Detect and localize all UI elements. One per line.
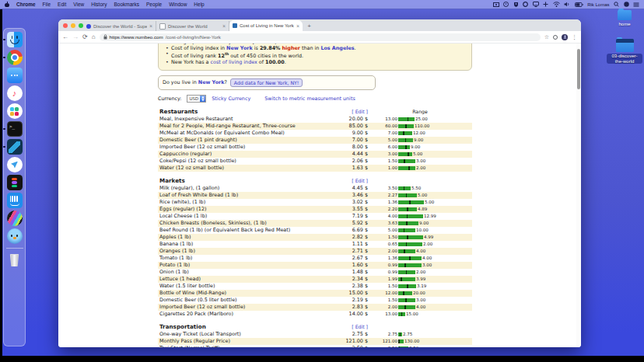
battery-icon[interactable] (575, 2, 583, 7)
volume-icon[interactable] (564, 2, 570, 7)
address-bar[interactable]: https://www.numbeo.com/cost-of-living/in… (100, 33, 541, 41)
home-button[interactable]: ⌂ (92, 34, 96, 40)
dock-item-chrome[interactable] (7, 50, 23, 65)
average-price-tick (406, 193, 408, 197)
tab-1[interactable]: Discover the World - SuperHi× (83, 21, 156, 31)
inline-link[interactable]: New York (226, 45, 253, 51)
price-range-bar (398, 207, 417, 211)
clock-icon[interactable] (503, 2, 509, 7)
dropbox-sync-icon[interactable] (543, 2, 548, 7)
notification-center-icon[interactable] (633, 2, 639, 7)
inline-link[interactable]: cost of living index (211, 59, 257, 65)
dock-item-trash[interactable] (7, 252, 23, 268)
page-scrollbar[interactable] (576, 44, 580, 347)
menu-item-bookmarks[interactable]: Bookmarks (114, 2, 139, 7)
menu-item-people[interactable]: People (146, 2, 162, 7)
item-range: 12.0020.00 (368, 291, 472, 295)
item-range: 3.505.50 (368, 186, 472, 190)
text-segment: is (253, 45, 260, 51)
menu-item-window[interactable]: Window (169, 2, 187, 7)
tab-close-icon[interactable]: × (149, 23, 152, 29)
dock-item-vscode[interactable] (7, 139, 23, 155)
back-button[interactable]: ← (62, 34, 68, 40)
edit-link[interactable]: [ Edit ] (321, 324, 368, 329)
profile-avatar[interactable] (562, 34, 568, 40)
url-path: /cost-of-living/in/New-York (166, 34, 221, 40)
menu-item-edit[interactable]: Edit (58, 2, 66, 7)
secure-lock-icon (103, 34, 107, 40)
range-high: 10.00 (415, 228, 429, 232)
summary-bullet: Cost of living index in New York is 29.8… (165, 46, 465, 52)
menu-item-help[interactable]: Help (194, 2, 204, 7)
password-manager-icon[interactable] (513, 2, 519, 7)
metric-units-link[interactable]: Switch to metric measurement units (264, 96, 355, 102)
inline-link[interactable]: New York (198, 79, 225, 85)
dock-item-intercom[interactable] (7, 193, 23, 208)
loom-icon[interactable] (523, 2, 528, 7)
apple-menu-icon[interactable] (5, 2, 9, 7)
dock-item-finder[interactable] (7, 32, 23, 47)
range-low: 2.50 (368, 346, 398, 347)
dock-item-music[interactable]: ♪ (7, 85, 23, 101)
browser-menu-icon[interactable]: ⋮ (572, 34, 577, 40)
tab-3[interactable]: Cost of Living in New York, fo× (229, 20, 303, 31)
reload-button[interactable]: ⟳ (82, 34, 88, 40)
item-name: Water (1.5 liter bottle) (158, 283, 321, 289)
siri-icon[interactable] (624, 2, 629, 7)
desktop-icon-discover-folder[interactable]: 03-discover-the-world (607, 39, 642, 64)
range-low: 3.63 (368, 221, 398, 225)
item-price: 4.44 $ (321, 151, 368, 157)
text-segment: of (257, 59, 265, 65)
tab-2[interactable]: Discover the World× (156, 21, 229, 31)
dock-item-figma[interactable] (7, 175, 23, 190)
forward-button[interactable]: → (72, 34, 79, 40)
add-data-button[interactable]: Add data for New York, NY! (230, 78, 303, 87)
display-icon[interactable] (533, 2, 539, 7)
sticky-currency-link[interactable]: Sticky Currency (212, 96, 250, 102)
inline-link[interactable]: Los Angeles (320, 45, 354, 51)
range-low: 6.00 (368, 144, 398, 149)
close-window-button[interactable] (63, 23, 68, 28)
item-name: Taxi Start (Normal Tariff) (158, 345, 321, 347)
average-price-tick (401, 312, 403, 316)
table-row: Potato (1 lb)1.60 $0.993.00 (158, 262, 472, 269)
item-price: 2.82 $ (321, 234, 368, 240)
edit-link[interactable]: [ Edit ] (321, 109, 368, 114)
menu-item-file[interactable]: File (43, 2, 51, 7)
bookmark-star-icon[interactable]: ☆ (544, 34, 549, 40)
dock-item-colorwheel[interactable] (7, 211, 23, 226)
wifi-icon[interactable] (553, 2, 560, 7)
dock-item-twitterrific[interactable] (7, 228, 23, 244)
desktop-icon-home[interactable]: home (607, 10, 642, 27)
range-low: 2.75 (368, 332, 398, 336)
desktop-icon-label: home (618, 22, 630, 27)
new-tab-button[interactable]: + (306, 23, 313, 30)
extension-icon[interactable] (553, 35, 558, 40)
url-domain: https://www.numbeo.com (110, 34, 163, 40)
edit-link[interactable]: [ Edit ] (321, 178, 368, 183)
table-row: Milk (regular), (1 gallon)4.45 $3.505.50 (158, 185, 472, 192)
menu-item-history[interactable]: History (91, 2, 107, 7)
dock-item-terminal[interactable]: >_ (7, 121, 23, 137)
screen-capture-icon[interactable] (493, 2, 499, 7)
average-price-tick (404, 186, 405, 190)
table-row: Onion (1 lb)1.48 $0.992.00 (158, 269, 472, 276)
spotlight-search-icon[interactable] (614, 2, 619, 7)
item-name: One-way Ticket (Local Transport) (158, 331, 321, 337)
dock-item-airmail[interactable] (7, 157, 23, 172)
dock-item-slack[interactable] (7, 103, 23, 119)
tab-close-icon[interactable]: × (296, 23, 299, 29)
scrollbar-thumb[interactable] (577, 49, 580, 89)
minimize-window-button[interactable] (71, 23, 75, 28)
range-low: 3.00 (368, 151, 398, 156)
table-row: Oranges (1 lb)2.71 $2.004.00 (158, 248, 472, 255)
average-price-tick (403, 291, 404, 295)
price-range-bar (398, 249, 415, 253)
menu-app-name[interactable]: Chrome (16, 2, 36, 7)
dock-item-messages[interactable] (7, 68, 23, 83)
currency-select[interactable]: USD ▲▼ (187, 95, 206, 103)
menu-item-view[interactable]: View (73, 2, 84, 7)
menu-username[interactable]: Rik Lomas (587, 2, 609, 7)
item-range: 2.275.00 (368, 193, 472, 197)
tab-close-icon[interactable]: × (222, 23, 226, 29)
